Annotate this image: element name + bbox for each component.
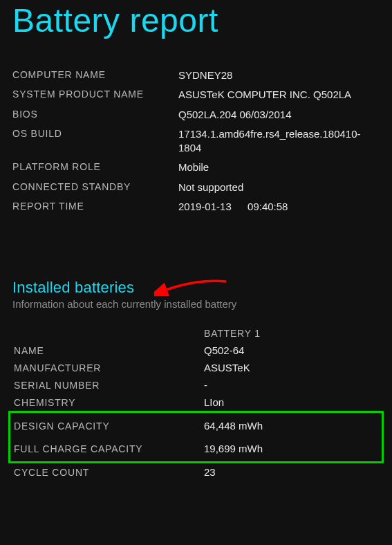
- value-manufacturer: ASUSTeK: [204, 362, 378, 373]
- value-battery-name: Q502-64: [204, 344, 378, 356]
- label-bios: BIOS: [12, 108, 178, 121]
- row-connected-standby: CONNECTED STANDBY Not supported: [12, 178, 380, 197]
- row-report-time: REPORT TIME 2019-01-13 09:40:58: [12, 197, 380, 216]
- label-system-product-name: SYSTEM PRODUCT NAME: [12, 88, 178, 101]
- battery-table-header: BATTERY 1: [12, 325, 380, 342]
- highlight-box: DESIGN CAPACITY 64,448 mWh FULL CHARGE C…: [8, 411, 384, 463]
- row-full-charge-capacity: FULL CHARGE CAPACITY 19,699 mWh: [12, 437, 380, 460]
- value-os-build: 17134.1.amd64fre.rs4_release.180410-1804: [178, 127, 380, 156]
- label-serial-number: SERIAL NUMBER: [14, 380, 204, 391]
- label-platform-role: PLATFORM ROLE: [12, 160, 178, 174]
- value-report-time: 2019-01-13 09:40:58: [178, 200, 380, 214]
- label-cycle-count: CYCLE COUNT: [14, 467, 204, 478]
- row-cycle-count: CYCLE COUNT 23: [12, 463, 380, 481]
- value-full-charge-capacity: 19,699 mWh: [204, 443, 378, 454]
- label-battery-name: NAME: [14, 345, 204, 356]
- value-connected-standby: Not supported: [178, 181, 380, 194]
- value-design-capacity: 64,448 mWh: [204, 420, 378, 432]
- label-report-time: REPORT TIME: [12, 200, 178, 213]
- battery-report-page: Battery report COMPUTER NAME SYDNEY28 SY…: [0, 0, 392, 481]
- page-title: Battery report: [12, 0, 380, 39]
- row-manufacturer: MANUFACTURER ASUSTeK: [12, 359, 380, 376]
- row-battery-name: NAME Q502-64: [12, 342, 380, 359]
- section-gap: [12, 216, 380, 279]
- value-serial-number: -: [204, 379, 378, 391]
- label-design-capacity: DESIGN CAPACITY: [14, 421, 204, 432]
- row-chemistry: CHEMISTRY LIon: [12, 394, 380, 411]
- row-serial-number: SERIAL NUMBER -: [12, 376, 380, 394]
- label-manufacturer: MANUFACTURER: [14, 362, 204, 373]
- system-info-block: COMPUTER NAME SYDNEY28 SYSTEM PRODUCT NA…: [12, 66, 380, 216]
- label-connected-standby: CONNECTED STANDBY: [12, 181, 178, 194]
- row-os-build: OS BUILD 17134.1.amd64fre.rs4_release.18…: [12, 124, 380, 158]
- label-computer-name: COMPUTER NAME: [12, 68, 178, 82]
- row-platform-role: PLATFORM ROLE Mobile: [12, 158, 380, 177]
- row-bios: BIOS Q502LA.204 06/03/2014: [12, 105, 380, 124]
- value-chemistry: LIon: [204, 396, 378, 408]
- row-computer-name: COMPUTER NAME SYDNEY28: [12, 66, 380, 85]
- value-computer-name: SYDNEY28: [178, 68, 380, 82]
- row-design-capacity: DESIGN CAPACITY 64,448 mWh: [12, 414, 380, 437]
- value-bios: Q502LA.204 06/03/2014: [178, 108, 380, 122]
- battery-table: BATTERY 1 NAME Q502-64 MANUFACTURER ASUS…: [12, 325, 380, 481]
- value-cycle-count: 23: [204, 466, 378, 478]
- value-platform-role: Mobile: [178, 160, 380, 174]
- installed-batteries-header: Installed batteries Information about ea…: [12, 279, 380, 310]
- label-full-charge-capacity: FULL CHARGE CAPACITY: [14, 443, 204, 454]
- label-os-build: OS BUILD: [12, 127, 178, 140]
- installed-batteries-subtitle: Information about each currently install…: [12, 298, 380, 310]
- row-system-product-name: SYSTEM PRODUCT NAME ASUSTeK COMPUTER INC…: [12, 85, 380, 104]
- label-chemistry: CHEMISTRY: [14, 397, 204, 408]
- installed-batteries-title: Installed batteries: [12, 279, 380, 297]
- value-system-product-name: ASUSTeK COMPUTER INC. Q502LA: [178, 88, 380, 102]
- battery-column-header: BATTERY 1: [204, 328, 378, 339]
